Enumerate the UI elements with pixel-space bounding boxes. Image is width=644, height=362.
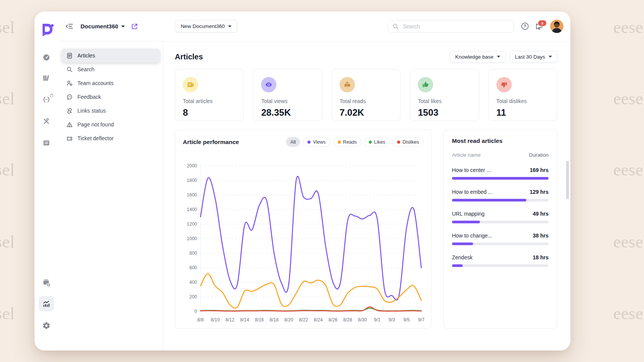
dislikes-dot [397,141,400,144]
sidebar-item-label: Links status [77,108,106,114]
chevron-down-icon [549,56,552,58]
reader-icon [340,77,355,92]
legend-label: Views [313,139,325,145]
search-icon [66,66,73,73]
open-site-external-link-icon[interactable] [131,23,138,30]
thumbs-down-icon [496,77,512,92]
article-link[interactable]: URL mapping [452,211,485,217]
article-duration: 49 hrs [533,211,549,217]
warning-triangle-icon [66,121,73,128]
drive-icon[interactable] [39,135,54,151]
sidebar-item-ticket-deflector[interactable]: Ticket deflector [62,131,160,145]
article-link[interactable]: How to embed ... [452,189,493,195]
svg-text:8/10: 8/10 [211,317,220,323]
sidebar-item-label: Feedback [77,94,101,100]
views-dot [307,141,310,144]
most-read-row: How to embed ... 129 hrs [452,189,549,201]
sidebar-item-label: Articles [77,52,95,59]
duration-bar-fill [452,242,473,245]
svg-text:8/28: 8/28 [343,317,352,323]
most-read-row: Zendesk 18 hrs [452,254,549,267]
logo-d-cutout [45,26,50,32]
api-code-icon[interactable] [39,92,54,107]
legend-pill-views[interactable]: Views [303,137,330,147]
collapse-sidebar-icon[interactable] [65,23,74,29]
sidebar-item-label: Search [77,66,94,72]
sidebar-item-team-accounts[interactable]: Team accounts [62,76,160,90]
main-content: Articles Knowledge base Last 30 Days [163,41,570,351]
svg-text:1200: 1200 [187,221,197,227]
duration-bar-track [452,242,549,245]
top-bar: Document360 New Document360 ? [59,11,570,41]
legend-label: Dislikes [402,139,419,145]
sidebar-item-search[interactable]: Search [62,62,160,76]
user-avatar[interactable] [550,20,564,33]
sidebar-item-page-not-found[interactable]: Page not found [62,118,160,131]
svg-text:400: 400 [189,280,197,285]
stats-row: Total articles 8 Total views 28.35K Tota… [175,69,557,121]
duration-bar-track [452,199,549,201]
document360-logo[interactable] [39,23,54,36]
legend-pill-dislikes[interactable]: Dislikes [393,137,424,147]
stat-value: 11 [496,107,549,118]
knowledge-base-filter[interactable]: Knowledge base [450,51,506,63]
lock-icon [49,92,54,99]
duration-bar-fill [452,177,549,180]
sidebar-item-articles[interactable]: Articles [62,49,160,62]
article-link[interactable]: Zendesk [452,254,473,260]
duration-bar-fill [452,199,526,201]
svg-text:1600: 1600 [187,192,197,198]
date-range-filter[interactable]: Last 30 Days [509,51,557,63]
duration-bar-fill [452,221,480,223]
svg-text:8/8: 8/8 [197,317,204,323]
settings-gear-icon[interactable] [39,318,54,333]
legend-label: All [291,139,296,145]
svg-text:8/22: 8/22 [299,317,308,323]
library-icon[interactable] [39,70,54,86]
scrollbar-thumb[interactable] [566,161,569,199]
chevron-down-icon [497,56,500,58]
article-link[interactable]: How to change... [452,233,492,239]
sidebar-item-links-status[interactable]: Links status [62,104,160,118]
svg-text:8/30: 8/30 [358,317,367,323]
legend-pill-likes[interactable]: Likes [364,137,390,147]
nav-rail [34,11,59,351]
dashboard-icon[interactable] [39,50,54,65]
chevron-down-icon [228,25,232,28]
stat-value: 28.35K [261,107,314,118]
sidebar-item-label: Team accounts [77,80,113,86]
most-read-articles-card: Most read articles Article name Duration… [443,129,557,329]
analytics-section: Article performance All Views Reads Like… [175,129,557,329]
article-link[interactable]: How to center ... [452,167,491,173]
search-input[interactable] [402,23,509,30]
app-window: Document360 New Document360 ? [34,11,570,351]
watermark-text: eesel [0,89,15,108]
chevron-down-icon [121,25,125,28]
watermark-text: eesel [613,18,644,37]
watermark-text: eesel [613,232,644,252]
watermark-text: eesel [613,304,644,323]
widget-add-icon[interactable] [39,275,54,290]
article-duration: 129 hrs [530,189,549,195]
tools-icon[interactable] [39,114,54,129]
svg-text:800: 800 [189,251,197,256]
analytics-icon[interactable] [39,296,54,311]
help-icon[interactable]: ? [521,22,529,30]
watermark-text: eesel [0,160,15,180]
legend-label: Likes [374,139,385,145]
legend-pill-reads[interactable]: Reads [333,137,361,147]
svg-text:?: ? [524,24,526,28]
legend-pill-all[interactable]: All [286,137,301,147]
watermark-text: eesel [0,18,15,37]
watermark-text: eesel [0,232,15,252]
duration-bar-track [452,264,549,267]
project-selector-button[interactable]: New Document360 [175,20,237,33]
duration-bar-track [452,177,549,180]
sidebar-item-feedback[interactable]: Feedback [62,90,160,104]
svg-text:8/26: 8/26 [329,317,338,323]
newspaper-icon [183,77,198,92]
announcements-megaphone-icon[interactable]: 3 [535,23,544,30]
global-search[interactable] [388,20,514,33]
workspace-switcher[interactable]: Document360 [80,23,125,29]
svg-text:9/3: 9/3 [389,317,395,323]
